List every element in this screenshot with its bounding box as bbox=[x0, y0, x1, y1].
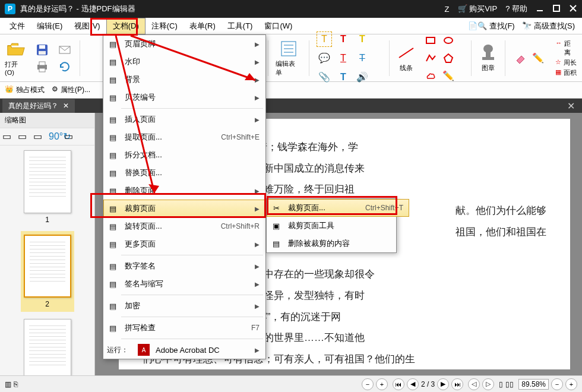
menuitem-删除页面[interactable]: ▤删除页面▶ bbox=[103, 182, 265, 200]
zoom-minus-button[interactable]: − bbox=[551, 378, 563, 390]
thumb-tool-3[interactable]: ▭ bbox=[33, 131, 45, 143]
thumb-tool-1[interactable]: ▭ bbox=[2, 131, 14, 143]
text-highlight-button[interactable]: T bbox=[317, 31, 332, 47]
menu-file[interactable]: 文件 bbox=[4, 18, 31, 34]
thumbnail-list[interactable]: 1 2 3 bbox=[0, 146, 94, 375]
menu-annotate[interactable]: 注释(C) bbox=[146, 18, 184, 34]
note-button[interactable]: 💬 bbox=[317, 50, 332, 66]
open-button[interactable]: 打开(O) bbox=[5, 40, 27, 76]
rectangle-button[interactable] bbox=[423, 33, 438, 48]
menuitem-贝茨编号[interactable]: ▤贝茨编号▶ bbox=[103, 88, 265, 106]
line-tool-button[interactable]: 线条 bbox=[397, 43, 416, 72]
zoom-select[interactable]: 89.58% bbox=[518, 379, 549, 390]
menu-form[interactable]: 表单(R) bbox=[184, 18, 222, 34]
menuitem-拆分文档...[interactable]: ▤拆分文档... bbox=[103, 146, 265, 164]
menuitem-签名与缩写[interactable]: ▤签名与缩写▶ bbox=[103, 275, 265, 293]
zoom-out-button[interactable]: − bbox=[362, 378, 374, 390]
thumbnail-2[interactable]: 2 bbox=[21, 231, 74, 312]
menuitem-裁剪页面[interactable]: ▤裁剪页面▶ bbox=[103, 200, 265, 217]
menu-edit[interactable]: 编辑(E) bbox=[31, 18, 68, 34]
current-page[interactable]: 2 bbox=[421, 380, 425, 388]
mail-button[interactable] bbox=[57, 42, 72, 58]
menuitem-拼写检查[interactable]: ▤拼写检查F7 bbox=[103, 319, 265, 337]
pencil-button[interactable]: ✏️ bbox=[441, 68, 456, 84]
menu-view[interactable]: 视图(V) bbox=[68, 18, 106, 34]
find-button[interactable]: 📄🔍查找(F) bbox=[464, 20, 518, 33]
help-button[interactable]: ? 帮助 bbox=[505, 4, 527, 14]
menuitem-插入页面[interactable]: ▤插入页面▶ bbox=[103, 110, 265, 128]
thumbnail-1[interactable]: 1 bbox=[21, 150, 74, 224]
document-tab[interactable]: 真的是好运吗？ ✕ bbox=[2, 99, 75, 113]
nav-fwd-button[interactable]: ▷ bbox=[482, 378, 494, 390]
menuitem-页眉页脚[interactable]: ▤页眉页脚▶ bbox=[103, 35, 265, 53]
crop-tool-menuitem[interactable]: ▣ 裁剪页面工具 bbox=[267, 217, 409, 235]
menuitem-提取页面...[interactable]: ▤提取页面...Ctrl+Shift+E bbox=[103, 128, 265, 146]
thumb-rotate[interactable]: 90°↻ bbox=[49, 131, 61, 143]
thumbnail-3[interactable]: 3 bbox=[21, 319, 74, 375]
text-yellow-button[interactable]: T bbox=[355, 31, 370, 47]
crop-page-menuitem[interactable]: ✂ 裁剪页面... Ctrl+Shift+T bbox=[267, 199, 409, 217]
eraser-button[interactable] bbox=[513, 50, 528, 66]
polyline-button[interactable] bbox=[423, 50, 438, 66]
edit-form-button[interactable]: 编辑表单 bbox=[276, 39, 302, 77]
user-label[interactable]: Z bbox=[445, 5, 450, 14]
perimeter-button[interactable]: ☆周长 bbox=[555, 58, 577, 67]
polygon-button[interactable] bbox=[441, 50, 456, 66]
next-page-button[interactable]: ▶ bbox=[437, 378, 449, 390]
stamp-button[interactable]: 图章 bbox=[479, 43, 498, 72]
crown-icon: 👑 bbox=[5, 85, 14, 95]
ellipse-button[interactable] bbox=[441, 33, 456, 48]
document-tab-label: 真的是好运吗？ bbox=[8, 101, 58, 111]
first-page-button[interactable]: ⏮ bbox=[393, 378, 404, 390]
menuitem-icon: ▤ bbox=[107, 238, 119, 250]
menuitem-加密[interactable]: ▤加密▶ bbox=[103, 297, 265, 315]
status-pages-icon[interactable]: ▥ bbox=[5, 380, 11, 388]
crop-icon: ✂ bbox=[270, 202, 282, 214]
tab-close-button[interactable]: ✕ bbox=[63, 102, 69, 110]
pencil2-button[interactable]: ✏️ bbox=[530, 50, 546, 66]
print-button[interactable] bbox=[34, 59, 50, 74]
menu-tool[interactable]: 工具(T) bbox=[222, 18, 259, 34]
last-page-button[interactable]: ⏭ bbox=[451, 378, 463, 390]
text-strike-button[interactable]: T bbox=[355, 50, 370, 66]
thumb-tool-5[interactable]: ▭ bbox=[64, 131, 76, 143]
sound-button[interactable]: 🔊 bbox=[355, 69, 370, 85]
menu-window[interactable]: 窗口(W) bbox=[258, 18, 298, 34]
minimize-button[interactable] bbox=[536, 4, 544, 14]
properties-button[interactable]: ⚙属性(P)... bbox=[52, 85, 90, 95]
status-copy-icon[interactable]: ⎘ bbox=[14, 380, 18, 388]
menu-document[interactable]: 文档(D) bbox=[106, 18, 146, 34]
menuitem-数字签名[interactable]: ▤数字签名▶ bbox=[103, 257, 265, 275]
attachment-button[interactable]: 📎 bbox=[317, 69, 332, 85]
menuitem-背景[interactable]: ▤背景▶ bbox=[103, 71, 265, 88]
menuitem-替换页面...[interactable]: ▤替换页面... bbox=[103, 164, 265, 182]
menuitem-更多页面[interactable]: ▤更多页面▶ bbox=[103, 235, 265, 253]
tab-strip-close-button[interactable]: ✕ bbox=[562, 100, 580, 112]
run-app-menuitem[interactable]: 运行：AAdobe Acrobat DC▶ bbox=[103, 341, 265, 359]
zoom-in-button2[interactable]: + bbox=[376, 378, 388, 390]
nav-back-button[interactable]: ◁ bbox=[468, 378, 480, 390]
ribbon-toolbar: 打开(O) x ↻ 编辑表单 T T T 💬 T T 📎 T 🔊 线条 bbox=[0, 34, 582, 82]
text-blue-button[interactable]: T bbox=[336, 69, 351, 85]
area-button[interactable]: ▦面积 bbox=[555, 68, 577, 77]
maximize-button[interactable] bbox=[552, 4, 561, 14]
save-button[interactable] bbox=[34, 42, 50, 58]
exclusive-mode-button[interactable]: 👑独占模式 bbox=[5, 85, 45, 95]
cloud-button[interactable] bbox=[423, 68, 438, 84]
distance-button[interactable]: ↔距离 bbox=[555, 39, 577, 57]
close-button[interactable] bbox=[569, 4, 577, 14]
text-box-button[interactable]: T bbox=[336, 31, 351, 47]
zoom-plus-button[interactable]: + bbox=[565, 378, 577, 390]
thumb-tool-2[interactable]: ▭ bbox=[18, 131, 30, 143]
refresh-button[interactable] bbox=[57, 59, 72, 74]
advanced-find-button[interactable]: 🔭高级查找(S) bbox=[518, 20, 578, 33]
menuitem-水印[interactable]: ▤水印▶ bbox=[103, 53, 265, 71]
prev-page-button[interactable]: ◀ bbox=[407, 378, 419, 390]
layout-cont-button[interactable]: ▯▯ bbox=[505, 380, 514, 388]
thumbnail-panel: 缩略图 ▭ ▭ ▭ 90°↻ ▭ 1 2 3 bbox=[0, 113, 95, 375]
vip-button[interactable]: 🛒 购买VIP bbox=[458, 4, 498, 14]
layout-single-button[interactable]: ▯ bbox=[499, 380, 503, 388]
menuitem-旋转页面...[interactable]: ▤旋转页面...Ctrl+Shift+R bbox=[103, 217, 265, 235]
text-underline-button[interactable]: T bbox=[336, 50, 351, 66]
delete-cropped-menuitem[interactable]: ▤ 删除被裁剪的内容 bbox=[267, 235, 409, 252]
